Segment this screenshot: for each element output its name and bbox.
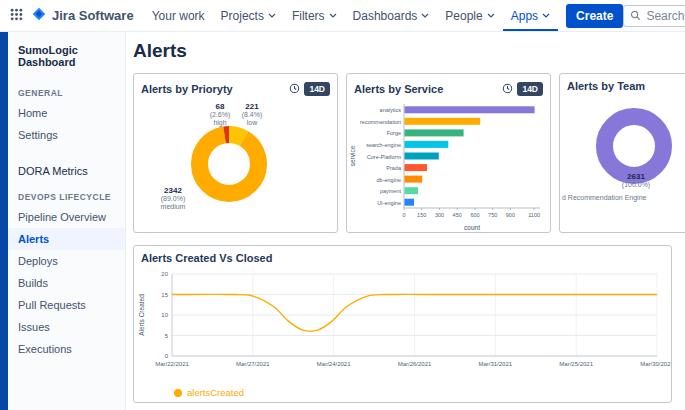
slice-name: medium [150,203,196,211]
sidebar-item-home[interactable]: Home [8,102,125,124]
svg-text:750: 750 [488,212,497,218]
svg-text:Mar/22/2021: Mar/22/2021 [155,361,189,367]
svg-text:recommendation: recommendation [360,119,401,125]
sidebar-item-issues[interactable]: Issues [8,316,125,338]
nav-item-label: Filters [292,9,325,23]
search-input[interactable] [646,9,685,23]
page-title: Alerts [133,40,685,62]
nav-item-dashboards[interactable]: Dashboards [345,0,438,31]
svg-text:900: 900 [506,212,515,218]
nav-item-apps[interactable]: Apps [503,0,558,31]
alerts-created-line-chart: Mar/22/2021Mar/27/2021Mar/24/2021Mar/26/… [134,266,671,382]
sidebar-item-alerts[interactable]: Alerts [8,228,125,250]
svg-text:0: 0 [402,212,405,218]
slice-percent: (8.4%) [234,111,270,119]
priority-slice-label-medium: 2342 (89.0%) medium [150,186,196,211]
time-range-badge[interactable]: 14D [517,82,543,96]
svg-text:Prada: Prada [386,165,402,171]
app-switcher-icon [10,8,23,24]
slice-name: low [234,119,270,127]
slice-value: 2631 [616,172,656,181]
sidebar-item-pull-requests[interactable]: Pull Requests [8,294,125,316]
priority-donut-chart [191,126,267,206]
card-alerts-created-vs-closed: Alerts Created Vs Closed Mar/22/2021Mar/… [133,245,672,403]
top-navbar: Jira Software Your work Projects Filters… [0,0,685,32]
svg-text:service: service [349,145,356,166]
legend-label: alertsCreated [187,387,244,398]
chevron-down-icon [268,13,276,18]
legend-dot [174,389,182,397]
nav-item-label: People [445,9,482,23]
card-title: Alerts by Team [567,80,645,92]
slice-percent: (89.0%) [150,195,196,203]
slice-percent: (100.0%) [616,181,656,189]
team-slice-label: 2631 (100.0%) [616,172,656,189]
card-alerts-by-priority: Alerts by Prioryty 14D 68 (2.6%) high [133,73,338,233]
sidebar-item-dora-metrics[interactable]: DORA Metrics [8,160,125,182]
slice-value: 2342 [150,186,196,195]
create-button[interactable]: Create [566,4,623,28]
nav-item-people[interactable]: People [437,0,502,31]
sidebar-item-deploys[interactable]: Deploys [8,250,125,272]
chevron-down-icon [421,13,429,18]
svg-text:analytics: analytics [380,107,402,113]
time-range-badge[interactable]: 14D [304,82,330,96]
svg-text:15: 15 [161,292,168,298]
slice-name: high [202,119,238,127]
sidebar-item-executions[interactable]: Executions [8,338,125,360]
clock-icon [289,80,300,98]
nav-item-label: Apps [511,9,538,23]
nav-item-label: Dashboards [353,9,418,23]
sidebar-section-general: GENERAL [8,78,125,102]
svg-text:Mar/31/2021: Mar/31/2021 [478,361,512,367]
svg-text:150: 150 [417,212,426,218]
sidebar-item-builds[interactable]: Builds [8,272,125,294]
jira-logo-icon [31,6,47,26]
svg-text:300: 300 [435,212,444,218]
svg-text:Mar/26/2021: Mar/26/2021 [398,361,432,367]
svg-text:1100: 1100 [528,212,540,218]
priority-slice-label-high: 68 (2.6%) high [202,102,238,127]
search-box [623,5,685,27]
slice-percent: (2.6%) [202,111,238,119]
svg-text:db-engine: db-engine [377,177,401,183]
primary-nav: Your work Projects Filters Dashboards Pe… [144,0,558,31]
card-title: Alerts by Prioryty [141,83,233,95]
nav-item-projects[interactable]: Projects [213,0,284,31]
svg-text:600: 600 [470,212,479,218]
chevron-down-icon [542,13,550,18]
sidebar-item-settings[interactable]: Settings [8,124,125,146]
team-slice-name: d Recommendation Engine [562,194,646,201]
clock-icon [502,80,513,98]
card-alerts-by-team: Alerts by Team 2631 (100.0%) d Recommend… [559,73,685,233]
brand[interactable]: Jira Software [31,6,134,26]
sidebar: SumoLogic Dashboard GENERAL Home Setting… [8,32,126,410]
svg-text:Mar/25/2021: Mar/25/2021 [559,361,593,367]
cards-row: Alerts by Prioryty 14D 68 (2.6%) high [133,73,685,233]
chart-legend: alertsCreated [174,387,244,398]
svg-text:20: 20 [161,271,168,277]
nav-item-label: Projects [221,9,264,23]
svg-text:Alerts Created: Alerts Created [138,294,145,336]
main-content: Alerts Alerts by Prioryty 14D 68 [126,32,685,410]
svg-text:payment: payment [380,188,402,194]
service-bar-chart: analyticsrecommendationForgesearch-engin… [347,100,550,232]
card-title: Alerts Created Vs Closed [141,252,272,264]
nav-item-filters[interactable]: Filters [284,0,345,31]
search-icon [630,7,641,25]
app-rail [0,32,8,410]
nav-item-your-work[interactable]: Your work [144,0,213,31]
priority-slice-label-low: 221 (8.4%) low [234,102,270,127]
svg-text:Forge: Forge [387,130,401,136]
slice-value: 221 [234,102,270,111]
svg-text:0: 0 [165,353,169,359]
sidebar-section-devops-lifecycle: DEVOPS LIFECYCLE [8,182,125,206]
chevron-down-icon [329,13,337,18]
svg-text:search-engine: search-engine [366,142,401,148]
svg-text:10: 10 [161,312,168,318]
chevron-down-icon [487,13,495,18]
svg-text:count: count [464,224,480,231]
sidebar-item-pipeline-overview[interactable]: Pipeline Overview [8,206,125,228]
svg-text:Mar/30/2021: Mar/30/2021 [640,361,671,367]
app-switcher-button[interactable] [6,4,27,28]
